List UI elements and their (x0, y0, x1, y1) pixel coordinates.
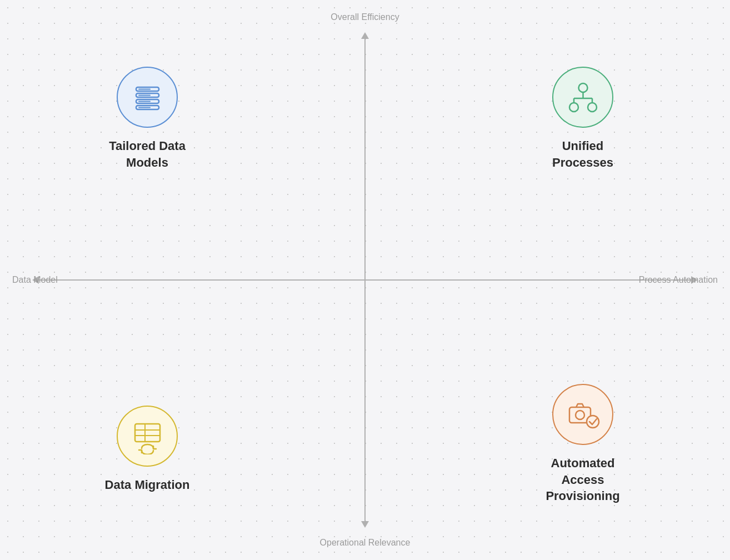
quadrant-chart: Overall Efficiency Operational Relevance… (0, 0, 730, 560)
data-migration-label: Data Migration (105, 477, 190, 493)
automated-access-label: Automated Access Provisioning (546, 455, 619, 504)
svg-point-10 (588, 103, 597, 112)
svg-point-9 (569, 103, 578, 112)
svg-point-20 (576, 411, 584, 419)
migration-icon (129, 418, 166, 454)
data-migration-icon-circle (117, 406, 178, 467)
svg-point-8 (578, 83, 587, 92)
svg-point-21 (587, 416, 599, 428)
horizontal-axis (33, 279, 697, 281)
tailored-data-icon-circle (117, 67, 178, 128)
automated-access-icon-circle (552, 384, 613, 445)
axis-label-right: Process Automation (639, 275, 718, 285)
unified-processes-label: Unified Processes (552, 138, 613, 171)
quadrant-item-unified-processes: Unified Processes (522, 67, 644, 171)
quadrant-item-data-migration: Data Migration (86, 406, 208, 493)
axis-label-bottom: Operational Relevance (320, 538, 411, 548)
svg-rect-15 (135, 424, 160, 442)
data-model-icon (129, 79, 166, 116)
axis-label-top: Overall Efficiency (331, 12, 399, 22)
hierarchy-icon (565, 79, 601, 116)
arrow-down-icon (361, 521, 369, 528)
quadrant-item-tailored-data: Tailored Data Models (86, 67, 208, 171)
access-icon (565, 396, 601, 432)
axis-label-left: Data Model (12, 275, 58, 285)
quadrant-item-automated-access: Automated Access Provisioning (522, 384, 644, 504)
arrow-up-icon (361, 32, 369, 39)
tailored-data-label: Tailored Data Models (109, 138, 186, 171)
unified-processes-icon-circle (552, 67, 613, 128)
